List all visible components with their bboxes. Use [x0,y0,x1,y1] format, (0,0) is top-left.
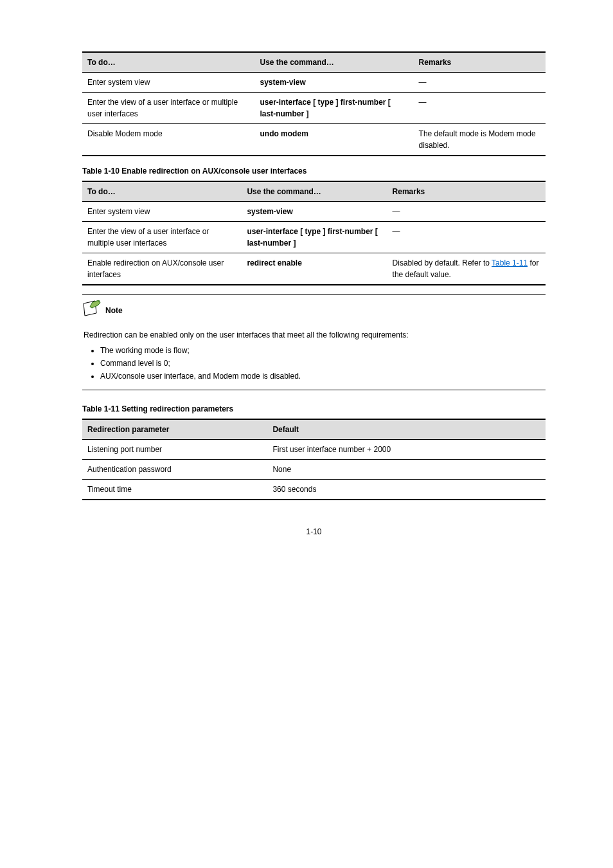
table-row: Enter system view system-view — [82,202,546,222]
table-row: Authentication password None [82,460,546,480]
cell: Enter system view [82,202,242,222]
cell: Authentication password [82,460,267,480]
note-icon [82,300,102,320]
cell: undo modem [254,124,413,156]
cell: Enter the view of a user interface or mu… [82,93,254,124]
note-label: Note [105,305,123,316]
list-item: Command level is 0; [100,357,546,369]
cell: Disabled by default. Refer to Table 1-11… [387,253,546,285]
cell: None [267,460,546,480]
col-command: Use the command… [254,52,413,73]
table-row: Enter the view of a user interface or mu… [82,93,546,124]
col-command: Use the command… [242,181,387,202]
cell: — [387,202,546,222]
table-row: Enable redirection on AUX/console user i… [82,253,546,285]
cell: redirect enable [242,253,387,285]
cell: — [387,222,546,253]
table-row: Enter system view system-view — [82,73,546,93]
table-row: Timeout time 360 seconds [82,480,546,500]
page-number: 1-10 [82,526,546,538]
table-params: Redirection parameter Default Listening … [82,419,546,500]
cell: — [414,93,546,124]
table-modem: To do… Use the command… Remarks Enter sy… [82,51,546,156]
link-table-1-11[interactable]: Table 1-11 [492,258,528,267]
col-todo: To do… [82,181,242,202]
col-param: Redirection parameter [82,419,267,440]
cell: system-view [254,73,413,93]
list-item: AUX/console user interface, and Modem mo… [100,370,546,382]
cell: Listening port number [82,440,267,460]
cell: system-view [242,202,387,222]
table-row: Enter the view of a user interface or mu… [82,222,546,253]
cell: user-interface [ type ] first-number [ l… [242,222,387,253]
col-todo: To do… [82,52,254,73]
table-row: Disable Modem mode undo modem The defaul… [82,124,546,156]
table-title-10: Table 1-10 Enable redirection on AUX/con… [82,165,546,177]
note-block: Note Redirection can be enabled only on … [82,294,546,390]
cell: Timeout time [82,480,267,500]
cell: — [414,73,546,93]
note-intro: Redirection can be enabled only on the u… [84,329,546,341]
cell: Enter system view [82,73,254,93]
col-remarks: Remarks [387,181,546,202]
table-title-11: Table 1-11 Setting redirection parameter… [82,403,546,415]
table-redirect: To do… Use the command… Remarks Enter sy… [82,181,546,285]
cell: 360 seconds [267,480,546,500]
cell: The default mode is Modem mode disabled. [414,124,546,156]
cell: user-interface [ type ] first-number [ l… [254,93,413,124]
table-row: Listening port number First user interfa… [82,440,546,460]
cell: Enable redirection on AUX/console user i… [82,253,242,285]
col-remarks: Remarks [414,52,546,73]
note-list: The working mode is flow; Command level … [100,345,546,382]
col-default: Default [267,419,546,440]
cell: Enter the view of a user interface or mu… [82,222,242,253]
list-item: The working mode is flow; [100,345,546,356]
cell: Disable Modem mode [82,124,254,156]
cell: First user interface number + 2000 [267,440,546,460]
